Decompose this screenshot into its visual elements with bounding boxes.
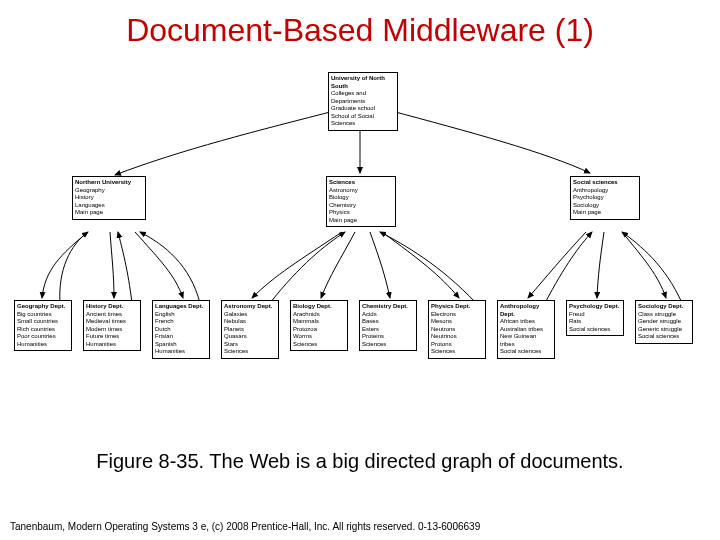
node-line: Class struggle (638, 311, 690, 319)
node-dept-sociology: Sociology Dept. Class struggle Gender st… (635, 300, 693, 344)
node-line: Future times (86, 333, 138, 341)
node-line: Neutrinos (431, 333, 483, 341)
node-header: Sciences (329, 179, 393, 187)
node-dept-physics: Physics Dept. Electrons Mesons Neutrons … (428, 300, 486, 359)
node-line: Social sciences (500, 348, 552, 356)
node-line: Acids (362, 311, 414, 319)
node-line: Sociology (573, 202, 637, 210)
node-line: Bases (362, 318, 414, 326)
page-title: Document-Based Middleware (1) (0, 0, 720, 53)
node-northern-university: Northern University Geography History La… (72, 176, 146, 220)
node-line: English (155, 311, 207, 319)
node-line: Esters (362, 326, 414, 334)
node-line: Graduate school (331, 105, 395, 113)
node-line: History (75, 194, 143, 202)
node-dept-astronomy: Astronomy Dept. Galaxies Nebulas Planets… (221, 300, 279, 359)
node-line: Sciences (224, 348, 276, 356)
node-header: Biology Dept. (293, 303, 345, 311)
node-line: Australian tribes (500, 326, 552, 334)
node-line: Rats (569, 318, 621, 326)
node-line: Humanities (17, 341, 69, 349)
node-dept-anthropology: Anthropology Dept. African tribes Austra… (497, 300, 555, 359)
node-line: Gender struggle (638, 318, 690, 326)
node-line: Humanities (86, 341, 138, 349)
node-line: Geography (75, 187, 143, 195)
node-header: Sociology Dept. (638, 303, 690, 311)
node-line: Psychology (573, 194, 637, 202)
node-line: Rich countries (17, 326, 69, 334)
node-line: Languages (75, 202, 143, 210)
node-line: Chemistry (329, 202, 393, 210)
node-line: Big countries (17, 311, 69, 319)
node-line: New Guinean tribes (500, 333, 552, 348)
node-line: Astronomy (329, 187, 393, 195)
node-line: Colleges and Departments (331, 90, 395, 105)
node-dept-geography: Geography Dept. Big countries Small coun… (14, 300, 72, 351)
node-dept-history: History Dept. Ancient times Medieval tim… (83, 300, 141, 351)
node-line: African tribes (500, 318, 552, 326)
node-line: Ancient times (86, 311, 138, 319)
figure-caption: Figure 8-35. The Web is a big directed g… (0, 450, 720, 473)
node-social-sciences: Social sciences Anthropology Psychology … (570, 176, 640, 220)
node-line: Sciences (293, 341, 345, 349)
node-line: Anthropology (573, 187, 637, 195)
node-dept-psychology: Psychology Dept. Freud Rats Social scien… (566, 300, 624, 336)
node-header: Psychology Dept. (569, 303, 621, 311)
node-line: Stars (224, 341, 276, 349)
node-header: History Dept. (86, 303, 138, 311)
node-line: Small countries (17, 318, 69, 326)
node-line: Main page (75, 209, 143, 217)
node-line: Protozoa (293, 326, 345, 334)
node-line: Poor countries (17, 333, 69, 341)
node-line: Planets (224, 326, 276, 334)
node-line: Main page (329, 217, 393, 225)
copyright-line: Tanenbaum, Modern Operating Systems 3 e,… (10, 521, 480, 532)
node-line: Arachnids (293, 311, 345, 319)
node-line: Dutch (155, 326, 207, 334)
node-line: Frisian (155, 333, 207, 341)
node-line: Biology (329, 194, 393, 202)
node-header: Astronomy Dept. (224, 303, 276, 311)
node-header: Social sciences (573, 179, 637, 187)
node-line: Galaxies (224, 311, 276, 319)
node-line: Social sciences (569, 326, 621, 334)
node-line: School of Social Sciences (331, 113, 395, 128)
node-line: Electrons (431, 311, 483, 319)
node-line: Protons (431, 341, 483, 349)
node-line: Proteins (362, 333, 414, 341)
node-line: Modern times (86, 326, 138, 334)
node-dept-chemistry: Chemistry Dept. Acids Bases Esters Prote… (359, 300, 417, 351)
node-line: Sciences (362, 341, 414, 349)
node-header: Languages Dept. (155, 303, 207, 311)
node-line: Generic struggle (638, 326, 690, 334)
node-header: Physics Dept. (431, 303, 483, 311)
node-line: Freud (569, 311, 621, 319)
node-line: Spanish (155, 341, 207, 349)
node-header: University of North South (331, 75, 395, 90)
node-line: Worms (293, 333, 345, 341)
node-header: Chemistry Dept. (362, 303, 414, 311)
node-line: Medieval times (86, 318, 138, 326)
node-line: Mesons (431, 318, 483, 326)
node-sciences: Sciences Astronomy Biology Chemistry Phy… (326, 176, 396, 227)
node-line: Quasars (224, 333, 276, 341)
node-line: Physics (329, 209, 393, 217)
node-line: Sciences (431, 348, 483, 356)
node-line: Neutrons (431, 326, 483, 334)
node-header: Anthropology Dept. (500, 303, 552, 318)
node-line: Nebulas (224, 318, 276, 326)
node-line: Main page (573, 209, 637, 217)
node-dept-languages: Languages Dept. English French Dutch Fri… (152, 300, 210, 359)
node-line: Mammals (293, 318, 345, 326)
node-header: Geography Dept. (17, 303, 69, 311)
node-line: Humanities (155, 348, 207, 356)
node-dept-biology: Biology Dept. Arachnids Mammals Protozoa… (290, 300, 348, 351)
node-header: Northern University (75, 179, 143, 187)
node-line: French (155, 318, 207, 326)
node-top-university: University of North South Colleges and D… (328, 72, 398, 131)
node-line: Social sciences (638, 333, 690, 341)
diagram-area: University of North South Colleges and D… (0, 60, 720, 430)
